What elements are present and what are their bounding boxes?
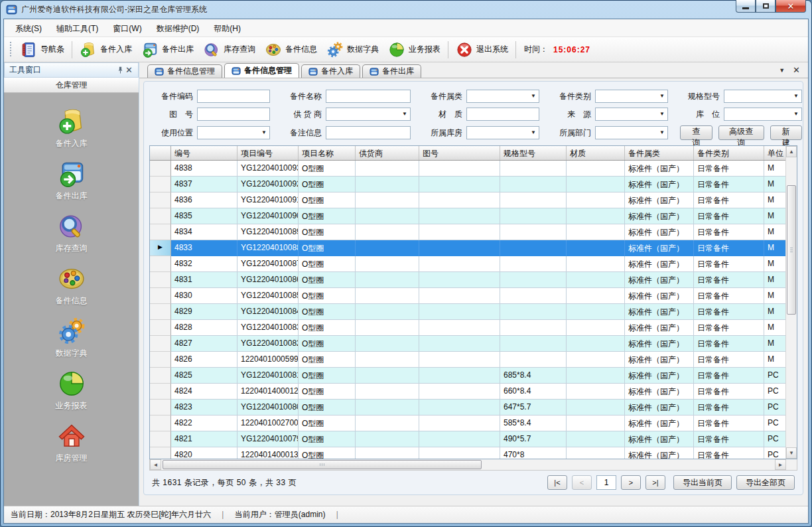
minimize-button[interactable] xyxy=(736,0,756,13)
toolbar-button-parts-inbound[interactable]: 备件入库 xyxy=(75,38,137,61)
menu-item-3[interactable]: 数据维护(D) xyxy=(149,19,207,37)
menu-item-1[interactable]: 辅助工具(T) xyxy=(49,19,105,37)
scroll-left-icon[interactable]: ◄ xyxy=(150,459,161,470)
field-备件属类[interactable] xyxy=(466,90,539,103)
row-selector[interactable] xyxy=(150,208,171,224)
field-input[interactable] xyxy=(198,90,269,102)
table-row[interactable]: 4832YG12204010087O型圈标准件（国产）日常备件M xyxy=(150,256,785,272)
row-selector[interactable] xyxy=(150,177,171,192)
scroll-right-icon[interactable]: ► xyxy=(775,459,786,470)
table-row[interactable]: 4836YG12204010091O型圈标准件（国产）日常备件M xyxy=(150,192,785,208)
row-selector[interactable] xyxy=(150,400,171,415)
table-row[interactable]: 4834YG12204010089O型圈标准件（国产）日常备件M xyxy=(150,224,785,240)
row-selector[interactable] xyxy=(150,431,171,447)
field-input[interactable] xyxy=(326,127,410,139)
table-row[interactable]: 48261220401000599O型圈标准件（国产）日常备件M xyxy=(150,352,785,368)
tab-2[interactable]: 备件入库 xyxy=(301,64,360,78)
column-header-type[interactable]: 备件类别 xyxy=(694,146,764,160)
field-材质[interactable] xyxy=(466,108,539,121)
field-供货商[interactable] xyxy=(326,108,411,121)
vertical-scrollbar-thumb[interactable] xyxy=(787,185,796,315)
toolbar-button-parts-outbound[interactable]: 备件出库 xyxy=(137,38,198,61)
close-button[interactable]: ✕ xyxy=(776,0,806,13)
tab-1[interactable]: 备件信息管理 xyxy=(224,63,299,78)
column-header-unit[interactable]: 单位 xyxy=(764,146,785,160)
horizontal-scrollbar[interactable]: ◄ ► xyxy=(149,459,797,471)
table-row[interactable]: 4829YG12204010084O型圈标准件（国产）日常备件M xyxy=(150,304,785,320)
field-所属库房[interactable] xyxy=(466,126,539,139)
table-row[interactable]: 4838YG12204010093O型圈标准件（国产）日常备件M xyxy=(150,161,785,177)
column-header-category[interactable]: 备件属类 xyxy=(625,146,694,160)
toolbar-button-parts-info[interactable]: 备件信息 xyxy=(260,38,322,61)
column-header-drawing_no[interactable]: 图号 xyxy=(419,146,500,160)
row-selector[interactable] xyxy=(150,415,171,431)
tool-window-close-icon[interactable]: ✕ xyxy=(125,66,133,74)
table-row[interactable]: 4830YG12204010085O型圈标准件（国产）日常备件M xyxy=(150,288,785,304)
field-input[interactable] xyxy=(326,90,410,102)
pin-icon[interactable] xyxy=(116,66,125,74)
sidebar-item-parts-inbound[interactable]: 备件入库 xyxy=(22,102,121,155)
row-selector[interactable] xyxy=(150,352,171,368)
next-page-button[interactable]: > xyxy=(621,475,641,490)
row-selector[interactable] xyxy=(150,336,171,352)
row-selector[interactable] xyxy=(150,192,171,208)
column-header-material[interactable]: 材质 xyxy=(567,146,625,160)
field-备件类别[interactable] xyxy=(595,90,668,103)
menu-item-4[interactable]: 帮助(H) xyxy=(206,19,248,37)
sidebar-item-warehouse-manage[interactable]: 库房管理 xyxy=(22,417,121,469)
field-使用位置[interactable] xyxy=(197,126,270,139)
scroll-down-icon[interactable]: ▼ xyxy=(786,447,797,459)
field-input[interactable] xyxy=(467,108,539,120)
field-规格型号[interactable] xyxy=(724,90,802,103)
sidebar-item-parts-info[interactable]: 备件信息 xyxy=(22,260,121,312)
column-header-supplier[interactable]: 供货商 xyxy=(356,146,419,160)
field-图号[interactable] xyxy=(197,108,270,121)
table-row[interactable]: 4825YG12204010081O型圈685*8.4标准件（国产）日常备件PC xyxy=(150,368,785,384)
scroll-up-icon[interactable]: ▲ xyxy=(786,146,797,157)
table-row[interactable]: 4828YG12204010083O型圈标准件（国产）日常备件M xyxy=(150,320,785,336)
table-row[interactable]: 48201220401400013O型圈470*8标准件（国产）日常备件PC xyxy=(150,447,785,459)
first-page-button[interactable]: |< xyxy=(547,475,567,490)
field-input[interactable] xyxy=(198,108,269,120)
column-header-project_name[interactable]: 项目名称 xyxy=(299,146,356,160)
row-selector[interactable] xyxy=(150,288,171,304)
advanced-query-button[interactable]: 高级查询 xyxy=(718,125,764,140)
table-row[interactable]: 4821YG12204010079O型圈490*5.7标准件（国产）日常备件PC xyxy=(150,431,785,447)
row-selector[interactable] xyxy=(150,304,171,320)
vertical-scrollbar[interactable]: ▲ ▼ xyxy=(785,146,797,459)
table-row[interactable]: 4827YG12204010082O型圈标准件（国产）日常备件M xyxy=(150,336,785,352)
new-button[interactable]: 新建 xyxy=(770,125,803,140)
toolbar-button-exit-system[interactable]: 退出系统 xyxy=(451,38,513,61)
row-selector[interactable] xyxy=(150,272,171,288)
row-selector[interactable] xyxy=(150,384,171,400)
query-button[interactable]: 查询 xyxy=(680,125,712,140)
field-备件名称[interactable] xyxy=(326,90,411,103)
menu-item-2[interactable]: 窗口(W) xyxy=(105,19,149,37)
tab-3[interactable]: 备件出库 xyxy=(362,64,421,78)
sidebar-item-business-report[interactable]: 业务报表 xyxy=(22,364,121,417)
sidebar-item-parts-outbound[interactable]: 备件出库 xyxy=(22,155,121,207)
field-备注信息[interactable] xyxy=(326,126,411,139)
field-所属部门[interactable] xyxy=(595,126,668,139)
toolbar-grip-handle[interactable] xyxy=(9,42,13,58)
toolbar-button-inventory-query[interactable]: 库存查询 xyxy=(198,38,260,61)
table-row[interactable]: ▶4833YG12204010088O型圈标准件（国产）日常备件M xyxy=(150,240,785,256)
table-row[interactable]: 4831YG12204010086O型圈标准件（国产）日常备件M xyxy=(150,272,785,288)
row-selector[interactable] xyxy=(150,161,171,177)
field-备件编码[interactable] xyxy=(197,90,270,103)
field-来源[interactable] xyxy=(595,108,668,121)
table-row[interactable]: 4823YG12204010080O型圈647*5.7标准件（国产）日常备件PC xyxy=(150,400,785,415)
page-number-input[interactable] xyxy=(596,475,616,490)
tab-list-dropdown-icon[interactable]: ▼ xyxy=(779,67,785,74)
row-selector[interactable] xyxy=(150,256,171,272)
row-selector[interactable] xyxy=(150,368,171,384)
prev-page-button[interactable]: < xyxy=(572,475,592,490)
tab-close-icon[interactable]: ✕ xyxy=(793,65,800,75)
sidebar-item-inventory-query[interactable]: 库存查询 xyxy=(22,207,121,260)
table-row[interactable]: 4835YG12204010090O型圈标准件（国产）日常备件M xyxy=(150,208,785,224)
horizontal-scrollbar-thumb[interactable] xyxy=(163,460,482,469)
toolbar-button-navbar[interactable]: 导航条 xyxy=(15,38,69,61)
table-row[interactable]: 4837YG12204010092O型圈标准件（国产）日常备件M xyxy=(150,177,785,192)
sidebar-item-data-dictionary[interactable]: 数据字典 xyxy=(22,312,121,364)
column-header-id[interactable]: 编号 xyxy=(171,146,237,160)
